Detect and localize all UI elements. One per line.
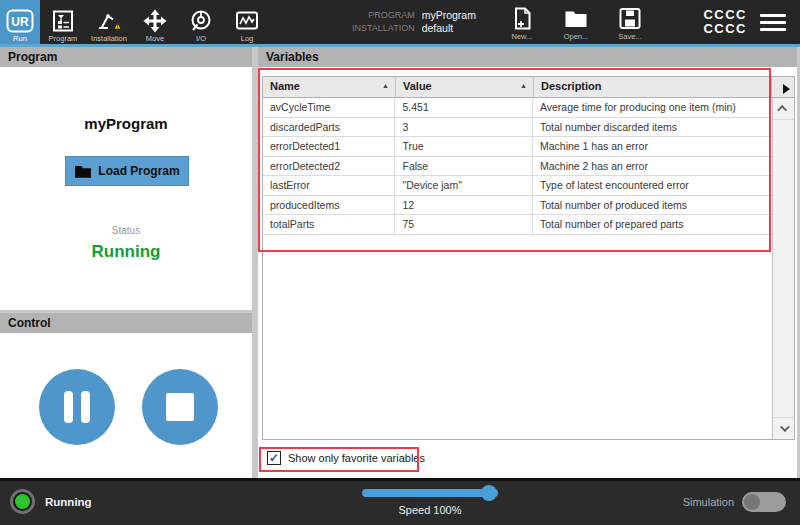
table-row[interactable]: errorDetected2FalseMachine 2 has an erro…: [263, 157, 772, 177]
column-header-name[interactable]: Name ▲: [263, 77, 396, 97]
cell-description: Total number of prepared parts: [533, 215, 772, 234]
open-folder-icon: [564, 7, 588, 30]
pause-icon: [64, 391, 90, 423]
variables-table-header: Name ▲ Value ▲ Description: [263, 77, 794, 98]
speed-label: Speed 100%: [362, 504, 498, 516]
simulation-label: Simulation: [683, 496, 734, 508]
tab-run[interactable]: UR Run: [0, 0, 40, 44]
open-button[interactable]: Open...: [556, 7, 596, 41]
cell-name: discardedParts: [263, 118, 395, 137]
left-column: Program myProgram Load Program Status Ru…: [0, 47, 252, 478]
tab-program[interactable]: Program: [40, 0, 86, 44]
cell-value: True: [395, 137, 532, 156]
footer-status-text: Running: [45, 496, 92, 508]
cell-description: Type of latest encountered error: [533, 176, 772, 195]
hamburger-menu-icon[interactable]: [760, 14, 786, 31]
cell-name: errorDetected1: [263, 137, 395, 156]
scroll-down-button[interactable]: [773, 417, 794, 439]
scroll-up-button[interactable]: [773, 98, 794, 120]
stop-button[interactable]: [142, 369, 218, 445]
cell-name: producedItems: [263, 196, 395, 215]
installation-label: INSTALLATION: [352, 22, 415, 35]
brand-logo-text: CCCC CCCC: [703, 8, 747, 35]
status-dot-ring: [10, 489, 35, 514]
open-button-label: Open...: [564, 32, 589, 41]
cell-value: 5.451: [395, 98, 532, 117]
svg-text:UR: UR: [11, 15, 29, 29]
right-triangle-icon: [783, 84, 790, 94]
vertical-scrollbar[interactable]: [772, 98, 794, 439]
bottom-status-bar: Running Speed 100% Simulation: [0, 478, 800, 525]
cell-value: "Device jam": [395, 176, 532, 195]
cell-name: lastError: [263, 176, 395, 195]
status-label: Status: [0, 225, 252, 236]
program-tree-icon: [51, 8, 75, 34]
table-row[interactable]: lastError"Device jam"Type of latest enco…: [263, 176, 772, 196]
program-name-value: myProgram: [422, 9, 476, 22]
favorites-checkbox[interactable]: ✓: [267, 451, 281, 465]
column-header-value[interactable]: Value ▲: [396, 77, 534, 97]
io-wheel-icon: [189, 8, 213, 34]
load-program-button[interactable]: Load Program: [65, 156, 189, 186]
control-panel-body: [0, 333, 252, 478]
status-value: Running: [0, 242, 252, 262]
program-label: PROGRAM: [352, 9, 415, 22]
cell-value: 12: [395, 196, 532, 215]
column-header-description[interactable]: Description: [534, 77, 772, 97]
chevron-up-icon: [777, 105, 787, 115]
column-expand-button[interactable]: [772, 77, 794, 97]
ur-logo-icon: UR: [6, 8, 34, 34]
tab-io[interactable]: I/O: [178, 0, 224, 44]
new-file-icon: [512, 7, 532, 30]
table-row[interactable]: discardedParts3Total number discarded it…: [263, 118, 772, 138]
robot-status-indicator: Running: [10, 489, 92, 514]
speed-slider-knob[interactable]: [481, 485, 497, 501]
new-button[interactable]: New...: [502, 7, 542, 41]
speed-slider-group: Speed 100%: [362, 489, 498, 516]
cell-name: avCycleTime: [263, 98, 395, 117]
chevron-down-icon: [780, 422, 790, 432]
stop-icon: [166, 393, 194, 421]
pause-button[interactable]: [39, 369, 115, 445]
table-row[interactable]: producedItems12Total number of produced …: [263, 196, 772, 216]
variables-table: Name ▲ Value ▲ Description avCycleTime5.…: [262, 76, 795, 440]
cell-value: False: [395, 157, 532, 176]
status-dot-green: [15, 494, 30, 509]
favorites-checkbox-row: ✓ Show only favorite variables: [267, 451, 425, 465]
tab-program-label: Program: [49, 35, 78, 43]
program-panel-header: Program: [0, 47, 252, 67]
main-tabs: UR Run Program ! Installation M: [0, 0, 270, 44]
check-icon: ✓: [269, 452, 279, 464]
table-row[interactable]: totalParts75Total number of prepared par…: [263, 215, 772, 235]
tab-run-label: Run: [13, 35, 27, 43]
simulation-toggle[interactable]: [742, 492, 786, 512]
save-button[interactable]: Save...: [610, 7, 650, 41]
file-actions: New... Open... Save...: [502, 0, 650, 44]
save-button-label: Save...: [618, 32, 641, 41]
cell-description: Total number discarded items: [533, 118, 772, 137]
program-panel-body: myProgram Load Program Status Running: [0, 67, 252, 310]
toggle-knob: [744, 494, 760, 510]
tab-move[interactable]: Move: [132, 0, 178, 44]
control-panel-header: Control: [0, 313, 252, 333]
log-chart-icon: [235, 8, 259, 34]
new-button-label: New...: [512, 32, 533, 41]
table-row[interactable]: avCycleTime5.451Average time for produci…: [263, 98, 772, 118]
cell-value: 3: [395, 118, 532, 137]
tab-log[interactable]: Log: [224, 0, 270, 44]
loaded-program-name: myProgram: [0, 115, 252, 132]
tab-move-label: Move: [146, 35, 164, 43]
variables-panel-header: Variables: [258, 47, 797, 67]
tab-installation[interactable]: ! Installation: [86, 0, 132, 44]
top-bar: UR Run Program ! Installation M: [0, 0, 800, 44]
table-row[interactable]: errorDetected1TrueMachine 1 has an error: [263, 137, 772, 157]
cell-name: totalParts: [263, 215, 395, 234]
cell-description: Average time for producing one item (min…: [533, 98, 772, 117]
favorites-checkbox-label: Show only favorite variables: [288, 452, 425, 464]
variables-panel: Variables Name ▲ Value ▲ Description: [258, 47, 797, 478]
installation-name-value: default: [422, 22, 476, 35]
speed-slider-track[interactable]: [362, 489, 498, 497]
sort-asc-icon: ▲: [520, 82, 527, 89]
tab-installation-label: Installation: [91, 35, 127, 43]
tab-io-label: I/O: [196, 35, 206, 43]
